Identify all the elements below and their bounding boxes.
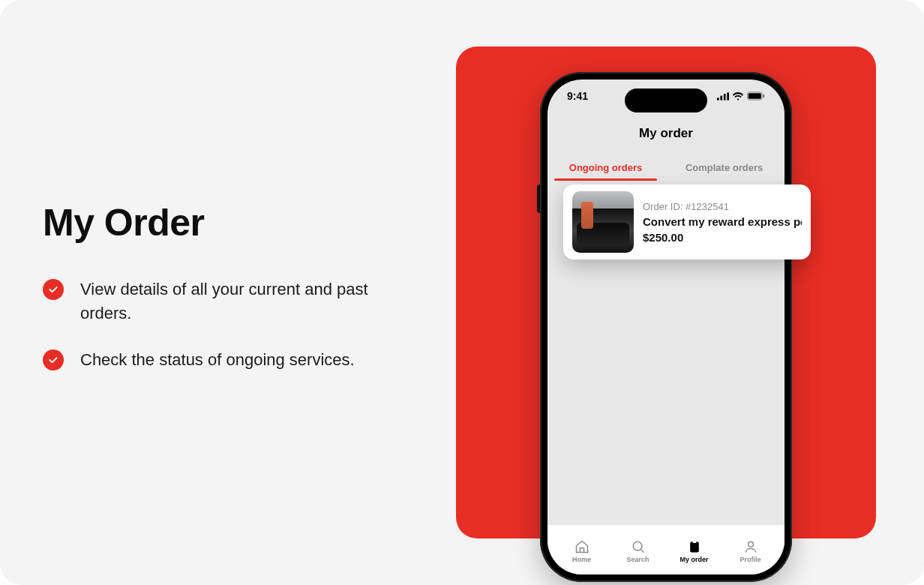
nav-search[interactable]: Search xyxy=(618,539,658,563)
feature-text: Check the status of ongoing services. xyxy=(80,348,355,372)
nav-label: My order xyxy=(680,556,708,563)
dynamic-island xyxy=(625,88,707,112)
promo-panel: My Order View details of all your curren… xyxy=(0,0,924,585)
order-price: $250.00 xyxy=(643,231,802,244)
svg-rect-5 xyxy=(748,93,761,99)
order-title: Convert my reward express po.. xyxy=(643,215,802,228)
nav-home[interactable]: Home xyxy=(562,539,602,563)
search-icon xyxy=(631,539,646,554)
feature-list: View details of all your current and pas… xyxy=(43,278,418,372)
bottom-nav: Home Search My order Profile xyxy=(548,525,784,574)
order-card[interactable]: Order ID: #1232541 Convert my reward exp… xyxy=(563,184,811,260)
order-info: Order ID: #1232541 Convert my reward exp… xyxy=(643,201,802,244)
svg-rect-2 xyxy=(724,93,726,100)
device-showcase-panel: 9:41 My order Ongoing orders Complate or… xyxy=(456,46,876,538)
signal-icon xyxy=(717,92,729,100)
check-icon xyxy=(43,350,64,370)
nav-label: Profile xyxy=(740,556,760,563)
wifi-icon xyxy=(732,92,744,100)
svg-rect-1 xyxy=(720,95,722,100)
phone-frame: 9:41 My order Ongoing orders Complate or… xyxy=(540,72,792,582)
nav-profile[interactable]: Profile xyxy=(730,539,771,563)
svg-rect-9 xyxy=(690,542,699,552)
order-id: Order ID: #1232541 xyxy=(643,201,802,212)
svg-rect-6 xyxy=(763,94,764,98)
home-icon xyxy=(574,539,590,554)
feature-item: Check the status of ongoing services. xyxy=(43,348,418,372)
order-thumbnail xyxy=(572,191,634,253)
tab-ongoing-orders[interactable]: Ongoing orders xyxy=(559,154,653,182)
feature-item: View details of all your current and pas… xyxy=(43,278,418,326)
svg-rect-10 xyxy=(692,541,696,543)
status-icons xyxy=(717,92,765,100)
profile-icon xyxy=(743,539,758,554)
status-time: 9:41 xyxy=(567,90,588,102)
check-icon xyxy=(43,279,64,300)
clipboard-icon xyxy=(687,539,702,554)
order-tabs: Ongoing orders Complate orders xyxy=(548,154,784,182)
svg-point-7 xyxy=(633,542,642,550)
svg-rect-3 xyxy=(727,92,729,100)
battery-icon xyxy=(747,92,765,100)
feature-text: View details of all your current and pas… xyxy=(80,278,418,326)
svg-point-11 xyxy=(748,542,753,547)
svg-rect-0 xyxy=(717,98,719,100)
phone-screen: 9:41 My order Ongoing orders Complate or… xyxy=(548,80,784,574)
screen-title: My order xyxy=(548,126,784,141)
nav-label: Search xyxy=(626,556,649,563)
tab-complete-orders[interactable]: Complate orders xyxy=(675,154,773,182)
nav-my-order[interactable]: My order xyxy=(674,539,715,563)
nav-label: Home xyxy=(572,556,591,563)
svg-line-8 xyxy=(640,550,644,553)
left-column: My Order View details of all your curren… xyxy=(43,201,418,394)
page-title: My Order xyxy=(43,201,418,244)
